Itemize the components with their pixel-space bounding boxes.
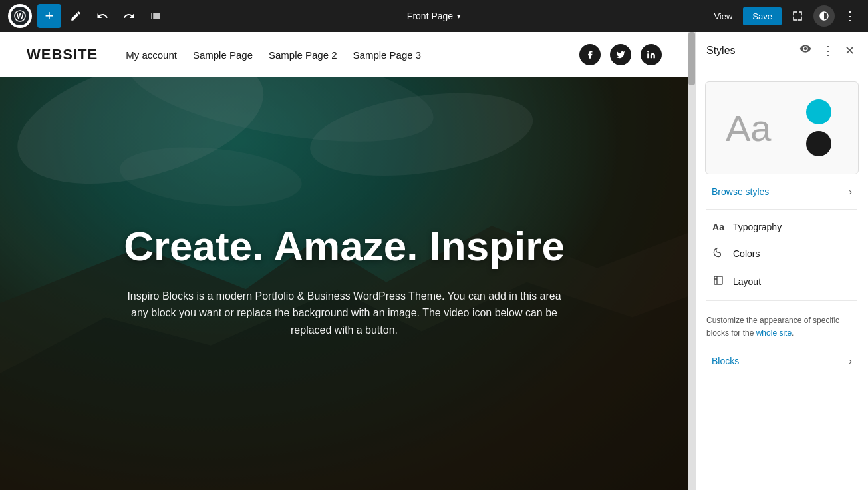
wp-logo[interactable]: W: [8, 4, 32, 28]
colors-icon: [712, 247, 725, 260]
pencil-icon: [70, 10, 82, 22]
style-preview-card: Aa: [705, 81, 859, 174]
undo-button[interactable]: [90, 4, 114, 28]
hero-title: Create. Amaze. Inspire: [118, 224, 571, 269]
layout-item[interactable]: Layout: [701, 268, 863, 295]
hero-subtitle: Inspiro Blocks is a modern Portfolio & B…: [118, 288, 571, 339]
view-button[interactable]: View: [708, 7, 738, 25]
site-nav: My account Sample Page Sample Page 2 Sam…: [126, 49, 558, 61]
blocks-label: Blocks: [712, 356, 849, 366]
nav-my-account[interactable]: My account: [126, 49, 177, 61]
page-title-center[interactable]: Front Page ▾: [407, 11, 461, 21]
dark-mode-icon: [819, 11, 829, 21]
whole-site-link[interactable]: whole site: [756, 328, 792, 338]
panel-divider-1: [706, 209, 857, 210]
toolbar-right: View Save ⋮: [708, 5, 860, 27]
browse-styles-label: Browse styles: [712, 186, 849, 197]
typography-icon: Aa: [712, 222, 725, 232]
twitter-icon[interactable]: [610, 44, 631, 65]
colors-label: Colors: [733, 248, 852, 259]
panel-title: Styles: [706, 45, 792, 57]
panel-more-button[interactable]: ⋮: [819, 42, 837, 59]
toolbar: W +: [0, 0, 868, 32]
eye-icon: [799, 43, 811, 55]
layout-label: Layout: [733, 276, 852, 287]
site-preview: WEBSITE My account Sample Page Sample Pa…: [0, 32, 695, 490]
panel-eye-button[interactable]: [797, 41, 814, 59]
black-dot: [806, 131, 831, 156]
blocks-row[interactable]: Blocks ›: [701, 349, 863, 373]
styles-panel: Styles ⋮ ✕ Aa: [695, 32, 868, 490]
canvas-area: WEBSITE My account Sample Page Sample Pa…: [0, 32, 695, 490]
close-icon: ✕: [845, 44, 855, 57]
halfscreen-button[interactable]: [787, 5, 808, 27]
blocks-chevron-icon: ›: [849, 356, 852, 366]
redo-button[interactable]: [117, 4, 141, 28]
svg-rect-10: [714, 276, 722, 284]
panel-close-button[interactable]: ✕: [842, 42, 857, 59]
social-icons: [579, 44, 662, 65]
browse-chevron-icon: ›: [849, 186, 852, 197]
colors-item[interactable]: Colors: [701, 240, 863, 267]
panel-header: Styles ⋮ ✕: [696, 32, 868, 69]
hero-content: Create. Amaze. Inspire Inspiro Blocks is…: [92, 224, 597, 339]
nav-sample-page-3[interactable]: Sample Page 3: [353, 49, 422, 61]
nav-sample-page[interactable]: Sample Page: [193, 49, 253, 61]
customize-text: Customize the appearance of specific blo…: [696, 306, 868, 348]
facebook-icon[interactable]: [579, 44, 601, 65]
dark-mode-button[interactable]: [813, 5, 835, 27]
list-view-icon: [150, 10, 162, 22]
teal-dot: [806, 99, 831, 124]
halfscreen-icon: [792, 10, 803, 22]
nav-sample-page-2[interactable]: Sample Page 2: [269, 49, 337, 61]
page-title-text: Front Page: [407, 11, 453, 21]
panel-divider-2: [706, 300, 857, 301]
wp-logo-inner: W: [11, 7, 29, 25]
dropdown-arrow-icon: ▾: [457, 12, 461, 21]
typography-label: Typography: [733, 222, 852, 232]
svg-text:W: W: [17, 12, 24, 20]
scrollbar[interactable]: [688, 32, 695, 490]
hero-section: Create. Amaze. Inspire Inspiro Blocks is…: [0, 32, 688, 490]
typography-item[interactable]: Aa Typography: [701, 215, 863, 239]
edit-button[interactable]: [64, 4, 88, 28]
site-header: WEBSITE My account Sample Page Sample Pa…: [0, 32, 688, 77]
panel-body: Aa Browse styles › Aa Typography: [696, 69, 868, 490]
more-icon: ⋮: [822, 44, 834, 57]
redo-icon: [123, 10, 135, 22]
linkedin-icon[interactable]: [641, 44, 662, 65]
kebab-menu-button[interactable]: ⋮: [840, 6, 860, 26]
scrollbar-thumb[interactable]: [688, 32, 695, 85]
add-block-button[interactable]: +: [37, 4, 61, 28]
save-button[interactable]: Save: [743, 7, 782, 25]
browse-styles-row[interactable]: Browse styles ›: [701, 180, 863, 204]
main-area: WEBSITE My account Sample Page Sample Pa…: [0, 32, 868, 490]
undo-icon: [96, 10, 108, 22]
svg-point-2: [647, 51, 649, 52]
preview-aa-text: Aa: [726, 107, 772, 150]
layout-icon: [712, 275, 725, 288]
toolbar-left: W +: [8, 4, 168, 28]
preview-dots: [806, 99, 831, 156]
site-logo: WEBSITE: [27, 46, 98, 63]
list-view-button[interactable]: [144, 4, 168, 28]
wordpress-icon: W: [14, 10, 26, 22]
